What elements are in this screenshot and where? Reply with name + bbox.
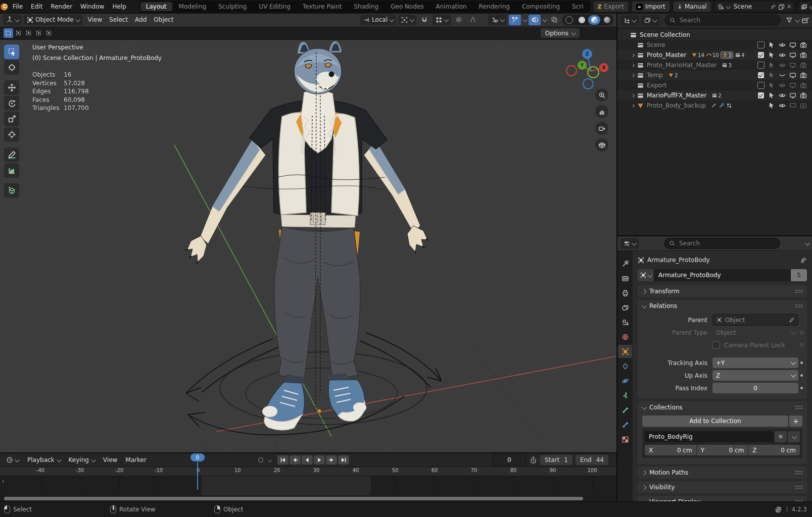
outliner-row-mariopufffx-master[interactable]: MarioPuffFX_Master2 [617,90,812,100]
tool-select-box-button[interactable] [4,44,19,59]
add-to-collection-button[interactable]: Add to Collection [642,416,788,427]
tab-modeling[interactable]: Modeling [173,2,212,11]
constraint-icon[interactable] [711,102,717,109]
select-mode-new-icon[interactable] [14,28,23,38]
playhead-frame-badge[interactable]: 0 [190,453,205,461]
falloff-curve-icon[interactable] [467,15,479,25]
mesh-icon[interactable]: 2 [668,72,678,78]
nav-zoom-button[interactable] [595,88,608,101]
manual-button[interactable]: ↓ Manual [673,1,711,12]
start-frame-field[interactable]: Start 1 [540,455,572,465]
menu-file[interactable]: File [9,0,27,13]
tool-annotate-button[interactable] [4,147,19,162]
tool-move-button[interactable] [4,80,19,95]
current-frame-field[interactable]: 0 [492,454,527,466]
select-mode-invert-icon[interactable] [44,28,54,38]
wrench-icon[interactable] [719,102,725,109]
tab-geo-nodes[interactable]: Geo Nodes [385,2,429,11]
tool-scale-button[interactable] [4,112,19,126]
chevron-down-icon[interactable] [795,17,800,22]
export-button[interactable]: Z Export [593,1,629,12]
armature-icon[interactable]: 3 [721,51,733,59]
disable-render-icon[interactable] [799,61,808,70]
tool-transform-button[interactable] [4,127,19,142]
blender-logo-icon[interactable] [0,3,9,11]
timeline-editor-type-button[interactable] [3,455,22,466]
gizmo-minus-z-axis[interactable] [583,78,594,89]
properties-tab-bone[interactable] [618,403,632,417]
tab-rendering[interactable]: Rendering [473,2,515,11]
timeline-scrollbar[interactable] [4,497,583,500]
properties-tab-output[interactable] [618,286,632,299]
properties-tab-view-layer[interactable] [618,301,632,314]
disable-viewports-icon[interactable] [788,61,797,70]
drag-grip-icon[interactable] [795,289,802,293]
timeline-menu-view[interactable]: View [100,456,121,463]
panel-motion-paths-header[interactable]: Motion Paths [638,467,807,479]
tool-measure-button[interactable] [4,163,19,178]
collection-name-field[interactable]: Proto_BodyRig [645,431,774,442]
disable-render-icon[interactable] [799,40,808,49]
new-scene-icon[interactable] [778,4,785,10]
navigation-gizmo[interactable]: Z Y X [565,44,609,88]
tab-shading[interactable]: Shading [348,2,384,11]
transport-play-rev-button[interactable] [302,455,313,464]
menu-render[interactable]: Render [46,0,76,13]
disable-viewports-icon[interactable] [788,81,797,90]
new-collection-icon[interactable] [801,17,809,24]
disable-render-icon[interactable] [799,81,808,90]
offset-z-field[interactable]: Z 0 cm [748,445,800,455]
selectable-icon[interactable] [767,61,776,70]
properties-tab-object[interactable] [618,345,632,358]
auto-keying-toggle[interactable] [255,455,266,464]
mesh-icon[interactable]: 14 [691,52,704,58]
disable-render-icon[interactable] [799,91,808,100]
gizmo-z-axis[interactable]: Z [582,49,592,59]
outliner-row-scene[interactable]: Scene [617,40,812,50]
panel-collections-header[interactable]: Collections [638,401,807,413]
transform-orientation-dropdown[interactable]: Local [360,15,396,25]
view-layer-selector[interactable]: View Layer ✕ [798,1,812,12]
exclude-checkbox[interactable] [756,81,766,90]
pass-index-field[interactable]: 0 [712,383,798,393]
modifier-icon[interactable] [726,102,732,109]
expand-arrow-icon[interactable] [630,63,637,68]
shading-rendered-button[interactable] [601,15,613,25]
drag-grip-icon[interactable] [795,485,802,489]
editor-type-button[interactable] [3,15,22,25]
new-collection-button[interactable]: + [789,416,802,427]
tab-sculpting[interactable]: Sculpting [213,2,252,11]
menu-edit[interactable]: Edit [27,0,46,13]
hide-viewport-icon[interactable] [778,81,787,90]
viewport-menu-select[interactable]: Select [106,16,131,23]
properties-tab-world[interactable] [618,330,632,343]
expand-arrow-icon[interactable] [630,73,637,78]
selectable-icon[interactable] [767,91,776,100]
filter-icon[interactable] [786,17,793,24]
parent-field[interactable]: Object [712,314,798,326]
collection-options-button[interactable] [788,431,800,442]
timeline-menu-keying[interactable]: Keying [65,456,99,463]
outliner-search[interactable] [664,15,781,26]
shading-solid-button[interactable] [576,15,588,25]
properties-tab-bone-constraint[interactable] [618,418,632,431]
transport-prev-key-button[interactable] [290,455,301,464]
proportional-editing-icon[interactable] [453,15,465,25]
properties-tab-render[interactable] [618,272,632,285]
playhead[interactable] [197,462,198,490]
collection-badge-icon[interactable]: 2 [711,92,721,98]
properties-tab-constraints[interactable] [618,359,632,373]
exclude-checkbox[interactable] [756,61,766,70]
timeline-ruler[interactable]: -40-30-20-100102030405060708090100 [0,467,616,476]
properties-tab-tool[interactable] [618,257,632,270]
timeline-menu-marker[interactable]: Marker [122,456,150,463]
scene-selector[interactable]: Scene ✕ [714,1,795,12]
drag-grip-icon[interactable] [795,471,802,475]
select-mode-subtract-icon[interactable] [34,28,43,38]
transport-next-key-button[interactable] [326,455,337,464]
drag-grip-icon[interactable] [795,405,802,409]
exclude-checkbox[interactable] [756,40,766,49]
options-button[interactable]: Options [541,28,580,38]
viewport-canvas[interactable]: User Perspective (0) Scene Collection | … [0,40,616,453]
parent-type-dropdown[interactable]: Object [712,327,798,338]
